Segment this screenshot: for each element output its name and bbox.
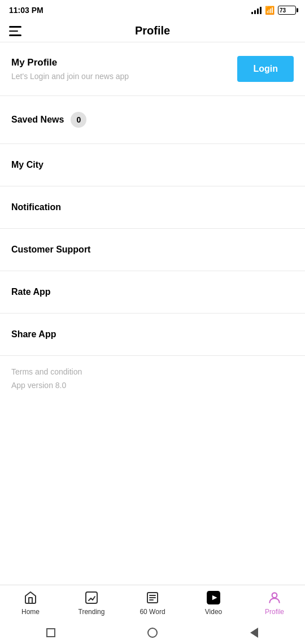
saved-news-row: Saved News 0 xyxy=(11,112,86,128)
status-icons: 📶 73 xyxy=(251,6,296,15)
share-app-label: Share App xyxy=(11,329,56,340)
page-title: Profile xyxy=(135,24,170,37)
nav-item-sixty-word[interactable]: 60 Word xyxy=(136,590,169,616)
android-home-button[interactable] xyxy=(147,627,158,638)
nav-item-video[interactable]: Video xyxy=(197,590,230,616)
battery-level: 73 xyxy=(280,7,286,14)
nav-video-label: Video xyxy=(205,608,222,616)
menu-button[interactable] xyxy=(9,26,21,36)
my-city-item[interactable]: My City xyxy=(0,144,305,186)
status-bar: 11:03 PM 📶 73 xyxy=(0,0,305,20)
customer-support-label: Customer Support xyxy=(11,245,90,255)
bottom-nav: Home Trending 60 Word xyxy=(0,585,305,621)
svg-rect-0 xyxy=(86,592,97,603)
header: Profile xyxy=(0,20,305,42)
profile-section: My Profile Let's Login and join our news… xyxy=(0,42,305,96)
rate-app-item[interactable]: Rate App xyxy=(0,271,305,314)
notification-item[interactable]: Notification xyxy=(0,186,305,229)
svg-point-7 xyxy=(272,593,277,598)
profile-info: My Profile Let's Login and join our news… xyxy=(11,57,129,81)
login-button[interactable]: Login xyxy=(237,56,294,82)
android-nav xyxy=(0,621,305,644)
video-icon xyxy=(206,590,221,606)
my-city-label: My City xyxy=(11,160,43,170)
saved-news-label: Saved News xyxy=(11,115,64,125)
profile-name: My Profile xyxy=(11,57,129,68)
saved-news-count: 0 xyxy=(71,112,86,128)
trending-icon xyxy=(84,590,99,606)
nav-item-home[interactable]: Home xyxy=(14,590,47,616)
android-back-button[interactable] xyxy=(249,627,260,638)
customer-support-item[interactable]: Customer Support xyxy=(0,229,305,271)
android-recents-button[interactable] xyxy=(45,627,56,638)
signal-icon xyxy=(251,6,262,14)
rate-app-label: Rate App xyxy=(11,287,51,297)
home-icon xyxy=(23,590,38,606)
nav-profile-label: Profile xyxy=(265,608,284,616)
saved-news-item[interactable]: Saved News 0 xyxy=(0,96,305,144)
notification-label: Notification xyxy=(11,202,61,212)
share-app-item[interactable]: Share App xyxy=(0,314,305,356)
profile-subtitle: Let's Login and join our news app xyxy=(11,72,129,81)
app-version: App version 8.0 xyxy=(11,381,294,390)
nav-item-trending[interactable]: Trending xyxy=(75,590,108,616)
profile-icon xyxy=(267,590,282,606)
status-time: 11:03 PM xyxy=(9,6,43,15)
wifi-icon: 📶 xyxy=(265,6,274,15)
battery-icon: 73 xyxy=(278,6,296,15)
nav-item-profile[interactable]: Profile xyxy=(258,590,291,616)
nav-home-label: Home xyxy=(21,608,40,616)
terms-link[interactable]: Terms and condition xyxy=(11,367,294,376)
nav-trending-label: Trending xyxy=(79,608,105,616)
footer-links: Terms and condition App version 8.0 xyxy=(0,356,305,394)
sixty-word-icon xyxy=(145,590,160,606)
nav-sixty-word-label: 60 Word xyxy=(140,608,165,616)
